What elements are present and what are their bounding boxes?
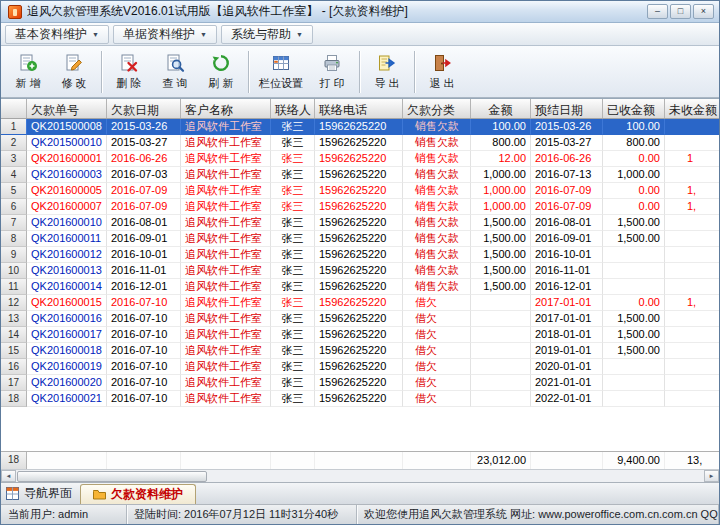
header-due-date[interactable]: 预结日期 <box>531 99 603 118</box>
exit-icon <box>432 53 452 73</box>
scroll-left-icon[interactable]: ◄ <box>1 470 16 482</box>
cell-order-no: QK201600019 <box>27 359 107 375</box>
cell-debt-date: 2016-10-01 <box>107 247 181 263</box>
cell-order-no: QK201600020 <box>27 375 107 391</box>
table-row[interactable]: 16 QK201600019 2016-07-10 追风软件工作室 张三 159… <box>1 359 719 375</box>
edit-button[interactable]: 修 改 <box>51 48 97 95</box>
cell-customer: 追风软件工作室 <box>181 183 271 199</box>
table-row[interactable]: 11 QK201600014 2016-12-01 追风软件工作室 张三 159… <box>1 279 719 295</box>
export-button[interactable]: 导 出 <box>364 48 410 95</box>
table-row[interactable]: 18 QK201600021 2016-07-10 追风软件工作室 张三 159… <box>1 391 719 407</box>
table-summary-row: 18 23,012.00 9,400.00 13, <box>1 451 719 469</box>
cell-debt-date: 2016-07-10 <box>107 375 181 391</box>
cell-unreceived <box>665 167 719 183</box>
cell-category: 借欠 <box>403 327 471 343</box>
header-amount[interactable]: 金额 <box>471 99 531 118</box>
cell-unreceived <box>665 135 719 151</box>
query-button[interactable]: 查 询 <box>152 48 198 95</box>
table-row[interactable]: 8 QK201600011 2016-09-01 追风软件工作室 张三 1596… <box>1 231 719 247</box>
exit-button[interactable]: 退 出 <box>419 48 465 95</box>
header-category[interactable]: 欠款分类 <box>403 99 471 118</box>
header-order-no[interactable]: 欠款单号 <box>27 99 107 118</box>
cell-due-date: 2019-01-01 <box>531 343 603 359</box>
cell-phone: 15962625220 <box>315 247 403 263</box>
table-row[interactable]: 14 QK201600017 2016-07-10 追风软件工作室 张三 159… <box>1 327 719 343</box>
cell-unreceived <box>665 247 719 263</box>
column-settings-button[interactable]: 栏位设置 <box>253 48 309 95</box>
cell-category: 借欠 <box>403 343 471 359</box>
menu-system-help[interactable]: 系统与帮助 ▼ <box>221 25 313 44</box>
cell-unreceived <box>665 215 719 231</box>
delete-button[interactable]: 删 除 <box>106 48 152 95</box>
table-row[interactable]: 15 QK201600018 2016-07-10 追风软件工作室 张三 159… <box>1 343 719 359</box>
cell-received: 1,500.00 <box>603 311 665 327</box>
header-corner <box>1 99 27 118</box>
table-row[interactable]: 5 QK201600005 2016-07-09 追风软件工作室 张三 1596… <box>1 183 719 199</box>
horizontal-scrollbar[interactable]: ◄ ► <box>1 469 719 482</box>
cell-phone: 15962625220 <box>315 215 403 231</box>
cell-amount <box>471 295 531 311</box>
row-number: 16 <box>1 359 27 375</box>
scrollbar-thumb[interactable] <box>17 471 207 482</box>
menu-document-data[interactable]: 单据资料维护 ▼ <box>113 25 217 44</box>
cell-due-date: 2018-01-01 <box>531 327 603 343</box>
cell-received: 1,500.00 <box>603 343 665 359</box>
table-row[interactable]: 13 QK201600016 2016-07-10 追风软件工作室 张三 159… <box>1 311 719 327</box>
menu-label: 基本资料维护 <box>15 26 87 43</box>
cell-amount: 1,500.00 <box>471 231 531 247</box>
menu-label: 系统与帮助 <box>231 26 291 43</box>
cell-unreceived <box>665 343 719 359</box>
table-row[interactable]: 10 QK201600013 2016-11-01 追风软件工作室 张三 159… <box>1 263 719 279</box>
cell-contact: 张三 <box>271 199 315 215</box>
maximize-button[interactable]: □ <box>670 4 691 19</box>
menu-basic-data[interactable]: 基本资料维护 ▼ <box>5 25 109 44</box>
cell-category: 销售欠款 <box>403 119 471 135</box>
cell-customer: 追风软件工作室 <box>181 135 271 151</box>
cell-received: 1,000.00 <box>603 167 665 183</box>
header-contact[interactable]: 联络人 <box>271 99 315 118</box>
table-row[interactable]: 7 QK201600010 2016-08-01 追风软件工作室 张三 1596… <box>1 215 719 231</box>
cell-order-no: QK201600012 <box>27 247 107 263</box>
cell-contact: 张三 <box>271 359 315 375</box>
status-bar: 当前用户: admin 登陆时间: 2016年07月12日 11时31分40秒 … <box>1 504 719 524</box>
table-row[interactable]: 1 QK201500008 2015-03-26 追风软件工作室 张三 1596… <box>1 119 719 135</box>
column-settings-icon <box>271 53 291 73</box>
header-unreceived[interactable]: 未收金额 <box>665 99 719 118</box>
table-row[interactable]: 17 QK201600020 2016-07-10 追风软件工作室 张三 159… <box>1 375 719 391</box>
cell-category: 销售欠款 <box>403 135 471 151</box>
summary-blank <box>27 452 107 469</box>
table-row[interactable]: 4 QK201600003 2016-07-03 追风软件工作室 张三 1596… <box>1 167 719 183</box>
header-received[interactable]: 已收金额 <box>603 99 665 118</box>
cell-amount: 1,500.00 <box>471 263 531 279</box>
cell-contact: 张三 <box>271 263 315 279</box>
toolbar-separator <box>248 51 249 93</box>
cell-debt-date: 2016-07-03 <box>107 167 181 183</box>
cell-category: 销售欠款 <box>403 247 471 263</box>
table-row[interactable]: 9 QK201600012 2016-10-01 追风软件工作室 张三 1596… <box>1 247 719 263</box>
cell-due-date: 2021-01-01 <box>531 375 603 391</box>
table-row[interactable]: 6 QK201600007 2016-07-09 追风软件工作室 张三 1596… <box>1 199 719 215</box>
cell-contact: 张三 <box>271 375 315 391</box>
header-customer[interactable]: 客户名称 <box>181 99 271 118</box>
chevron-down-icon: ▼ <box>200 31 207 38</box>
cell-amount: 1,000.00 <box>471 183 531 199</box>
table-row[interactable]: 2 QK201500010 2015-03-27 追风软件工作室 张三 1596… <box>1 135 719 151</box>
table-row[interactable]: 12 QK201600015 2016-07-10 追风软件工作室 张三 159… <box>1 295 719 311</box>
tab-debt-data-maintenance[interactable]: 欠款资料维护 <box>80 484 196 504</box>
table-row[interactable]: 3 QK201600001 2016-06-26 追风软件工作室 张三 1596… <box>1 151 719 167</box>
print-button[interactable]: 打 印 <box>309 48 355 95</box>
cell-order-no: QK201600018 <box>27 343 107 359</box>
cell-amount <box>471 311 531 327</box>
add-button[interactable]: 新 增 <box>5 48 51 95</box>
header-debt-date[interactable]: 欠款日期 <box>107 99 181 118</box>
summary-blank <box>315 452 403 469</box>
close-button[interactable]: × <box>693 4 714 19</box>
cell-category: 借欠 <box>403 311 471 327</box>
minimize-button[interactable]: – <box>647 4 668 19</box>
header-phone[interactable]: 联络电话 <box>315 99 403 118</box>
refresh-button[interactable]: 刷 新 <box>198 48 244 95</box>
scroll-right-icon[interactable]: ► <box>704 470 719 482</box>
cell-debt-date: 2016-07-10 <box>107 359 181 375</box>
cell-due-date: 2017-01-01 <box>531 311 603 327</box>
title-bar[interactable]: 追风欠款管理系统V2016.01试用版【追风软件工作室】 - [欠款资料维护] … <box>1 1 719 23</box>
